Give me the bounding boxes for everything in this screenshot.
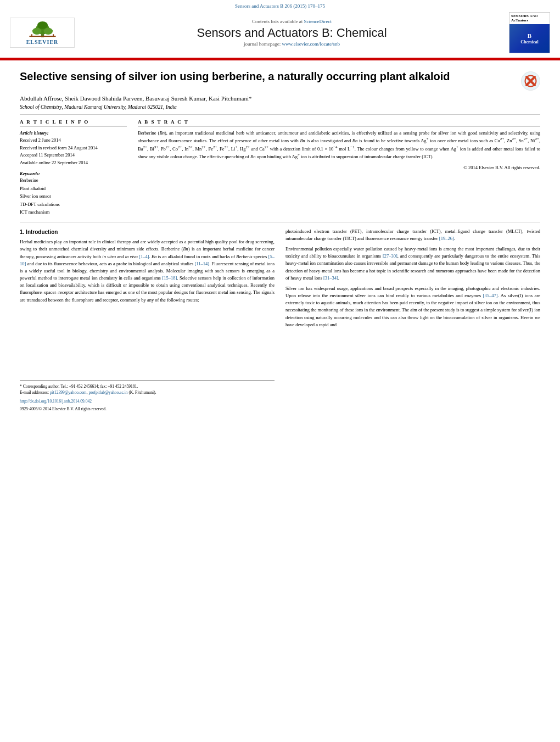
copyright-bottom: 0925-4005/© 2014 Elsevier B.V. All right… [20, 406, 275, 412]
abstract-text: Berberine (Bn), an important traditional… [138, 130, 540, 160]
article-content: Selective sensing of silver ion using be… [0, 60, 560, 419]
header-middle: ELSEVIER Contents lists available at Sci… [0, 10, 560, 55]
page: Sensors and Actuators B 206 (2015) 170–1… [0, 0, 560, 742]
email-addresses: E-mail addresses: pit12399@yahoo.com, pr… [20, 389, 275, 396]
article-history: Article history: Received 2 June 2014 Re… [20, 130, 127, 167]
elsevier-logo: ELSEVIER [10, 18, 75, 48]
svg-point-2 [32, 28, 41, 35]
copyright-notice: © 2014 Elsevier B.V. All rights reserved… [138, 165, 540, 170]
journal-title-block: Contents lists available at ScienceDirec… [75, 19, 509, 47]
doi-section: http://dx.doi.org/10.1016/j.snb.2014.09.… [20, 398, 275, 405]
col2-p1: photoinduced electron transfer (PET), in… [285, 228, 540, 242]
article-header: Selective sensing of silver ion using be… [20, 69, 540, 91]
sciencedirect-link[interactable]: ScienceDirect [304, 19, 332, 24]
sensors-actuators-logo: SENSORS ANDAcTuators B Chemical [509, 12, 550, 53]
corresponding-author: * Corresponding author. Tel.: +91 452 24… [20, 383, 275, 390]
article-title: Selective sensing of silver ion using be… [20, 69, 450, 83]
contents-available: Contents lists available at ScienceDirec… [75, 19, 509, 24]
abstract-header: A B S T R A C T [138, 119, 540, 126]
email-name: (K. Pitchumani). [128, 390, 156, 395]
section1-title: 1. Introduction [20, 228, 275, 237]
article-info-header: A R T I C L E I N F O [20, 119, 127, 126]
volume-info: Sensors and Actuators B 206 (2015) 170–1… [0, 0, 560, 10]
keywords-label: Keywords: [20, 171, 127, 176]
intro-p1: Herbal medicines play an important role … [20, 238, 275, 304]
body-columns: 1. Introduction Herbal medicines play an… [20, 228, 540, 412]
svg-rect-5 [29, 36, 55, 37]
body-divider [20, 222, 540, 222]
elsevier-tree-icon [27, 20, 58, 38]
journal-title: Sensors and Actuators B: Chemical [75, 26, 509, 40]
available-date: Available online 22 September 2014 [20, 159, 127, 167]
svg-rect-6 [31, 34, 32, 37]
accepted-date: Accepted 11 September 2014 [20, 152, 127, 159]
footnotes: * Corresponding author. Tel.: +91 452 24… [20, 381, 275, 396]
info-abstract-section: A R T I C L E I N F O Article history: R… [20, 119, 540, 216]
email-link2[interactable]: profpitlab@yahoo.ac.in [88, 390, 127, 395]
revised-date: Received in revised form 24 August 2014 [20, 144, 127, 152]
email-link1[interactable]: pit12399@yahoo.com [50, 390, 87, 395]
authors: Abdullah Affrose, Sheik Dawood Shahida P… [20, 94, 540, 103]
doi-link[interactable]: http://dx.doi.org/10.1016/j.snb.2014.09.… [20, 399, 92, 404]
homepage-url[interactable]: www.elsevier.com/locate/snb [282, 41, 340, 47]
email-label: E-mail addresses: [20, 390, 50, 395]
article-divider [20, 114, 540, 115]
body-col-left: 1. Introduction Herbal medicines play an… [20, 228, 275, 412]
svg-rect-7 [53, 34, 54, 37]
elsevier-label: ELSEVIER [26, 39, 59, 45]
crossmark-icon [521, 71, 540, 91]
keywords-list: BerberinePlant alkaloidSilver ion sensor… [20, 176, 127, 216]
abstract-col: A B S T R A C T Berberine (Bn), an impor… [138, 119, 540, 216]
body-col-right: photoinduced electron transfer (PET), in… [285, 228, 540, 412]
col2-p2: Environmental pollution especially water… [285, 246, 540, 282]
journal-header: Sensors and Actuators B 206 (2015) 170–1… [0, 0, 560, 59]
svg-point-4 [37, 21, 47, 29]
journal-homepage: journal homepage: www.elsevier.com/locat… [75, 41, 509, 47]
sensors-logo-top: SENSORS ANDAcTuators [509, 13, 550, 24]
volume-text: Sensors and Actuators B 206 (2015) 170–1… [235, 3, 325, 9]
col2-p3: Silver ion has widespread usage, applica… [285, 285, 540, 328]
history-label: Article history: [20, 130, 49, 136]
svg-point-3 [43, 28, 53, 35]
keywords-section: Keywords: BerberinePlant alkaloidSilver … [20, 171, 127, 216]
received-date: Received 2 June 2014 [20, 137, 127, 144]
affiliation: School of Chemistry, Madurai Kamaraj Uni… [20, 104, 540, 110]
article-info-col: A R T I C L E I N F O Article history: R… [20, 119, 127, 216]
sensors-logo-image: B Chemical [509, 24, 550, 53]
